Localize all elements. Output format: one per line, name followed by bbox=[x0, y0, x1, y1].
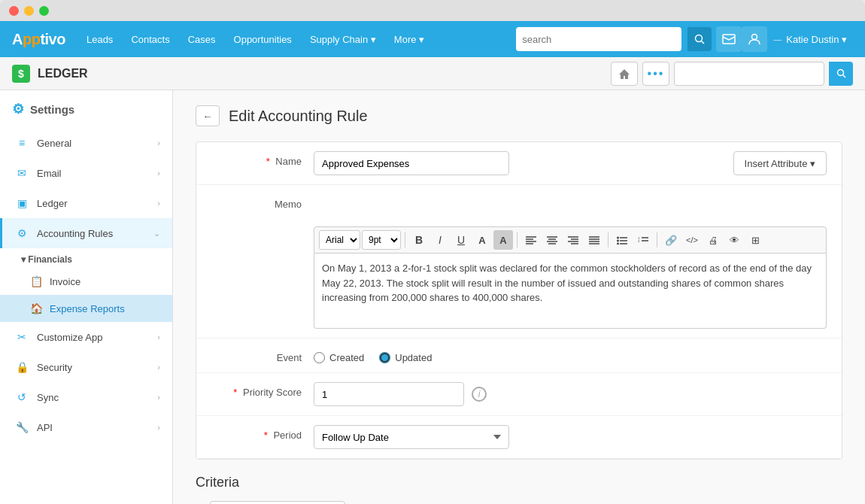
home-icon bbox=[618, 68, 630, 80]
sidebar-item-accounting-rules[interactable]: ⚙ Accounting Rules ⌄ bbox=[0, 218, 172, 248]
name-field bbox=[314, 151, 721, 175]
sidebar-sub-expense-label: Expense Reports bbox=[50, 303, 125, 314]
font-color-button[interactable]: A bbox=[472, 230, 492, 250]
gear-icon: ⚙ bbox=[12, 101, 24, 117]
italic-button[interactable]: I bbox=[430, 230, 450, 250]
memo-content-area[interactable]: On May 1, 2013 a 2-for-1 stock split was… bbox=[314, 254, 827, 329]
event-updated-radio[interactable] bbox=[379, 352, 390, 363]
align-left-icon bbox=[526, 236, 536, 244]
sub-search-bar bbox=[674, 62, 824, 86]
list-button[interactable] bbox=[612, 230, 632, 250]
nav-cases[interactable]: Cases bbox=[181, 21, 223, 57]
font-size-select[interactable]: 9pt bbox=[362, 230, 401, 250]
align-right-button[interactable] bbox=[563, 230, 583, 250]
search-input[interactable] bbox=[522, 34, 675, 45]
sidebar-item-customize-app[interactable]: ✂ Customize App › bbox=[0, 322, 172, 352]
nav-opportunities[interactable]: Opportunities bbox=[226, 21, 299, 57]
ordered-list-icon: 1. 2. bbox=[638, 236, 648, 244]
align-left-button[interactable] bbox=[521, 230, 541, 250]
name-label: * Name bbox=[211, 151, 302, 167]
main-layout: ⚙ Settings ≡ General › ✉ Email › ▣ Ledge… bbox=[0, 90, 865, 504]
more-options-button[interactable]: ••• bbox=[642, 62, 669, 86]
priority-required-indicator: * bbox=[233, 387, 237, 398]
sub-search-button[interactable] bbox=[829, 62, 853, 86]
user-menu[interactable]: — Katie Dustin ▾ bbox=[767, 34, 853, 45]
underline-button[interactable]: U bbox=[451, 230, 471, 250]
sidebar-sub-invoice[interactable]: 📋 Invoice bbox=[0, 268, 172, 295]
security-icon: 🔒 bbox=[14, 360, 29, 375]
period-select[interactable]: Follow Up Date Created Date Updated Date bbox=[314, 425, 509, 449]
sub-search-input[interactable] bbox=[675, 68, 824, 79]
insert-attr-label: Insert Attribute ▾ bbox=[745, 158, 815, 169]
ordered-list-button[interactable]: 1. 2. bbox=[633, 230, 653, 250]
inbox-icon bbox=[722, 34, 736, 44]
svg-point-5 bbox=[837, 70, 843, 76]
bold-icon: B bbox=[415, 234, 423, 246]
inbox-icon-button[interactable] bbox=[716, 26, 742, 52]
nav-contacts[interactable]: Contacts bbox=[123, 21, 177, 57]
minimize-button[interactable] bbox=[24, 6, 34, 16]
period-row: * Period Follow Up Date Created Date Upd… bbox=[196, 416, 842, 459]
name-input[interactable] bbox=[314, 151, 509, 175]
chevron-right-icon-3: › bbox=[157, 199, 160, 208]
bold-button[interactable]: B bbox=[409, 230, 429, 250]
separator-3 bbox=[608, 232, 609, 247]
table-button[interactable]: ⊞ bbox=[745, 230, 765, 250]
preview-button[interactable]: 👁 bbox=[724, 230, 744, 250]
svg-rect-2 bbox=[723, 35, 735, 44]
period-label: * Period bbox=[211, 425, 302, 441]
italic-icon: I bbox=[439, 234, 442, 246]
memo-text: On May 1, 2013 a 2-for-1 stock split was… bbox=[322, 263, 812, 303]
financials-header: ▾ Financials bbox=[0, 248, 172, 268]
font-family-select[interactable]: Arial bbox=[319, 230, 360, 250]
search-icon bbox=[694, 34, 705, 44]
highlight-button[interactable]: A bbox=[493, 230, 513, 250]
nav-supply-chain[interactable]: Supply Chain ▾ bbox=[302, 21, 384, 57]
info-icon[interactable]: i bbox=[472, 387, 487, 402]
sidebar-item-security[interactable]: 🔒 Security › bbox=[0, 352, 172, 382]
insert-attribute-button[interactable]: Insert Attribute ▾ bbox=[733, 151, 827, 175]
code-button[interactable]: </> bbox=[682, 230, 702, 250]
search-button[interactable] bbox=[687, 27, 712, 51]
main-content: ← Edit Accounting Rule * Name Insert Att… bbox=[173, 90, 865, 504]
justify-button[interactable] bbox=[584, 230, 604, 250]
criteria-s1-input[interactable] bbox=[210, 501, 345, 504]
sidebar-item-customize-label: Customize App bbox=[37, 332, 157, 343]
event-updated-label: Updated bbox=[395, 352, 432, 363]
search-bar bbox=[516, 27, 681, 51]
sidebar-item-email[interactable]: ✉ Email › bbox=[0, 158, 172, 188]
user-icon-button[interactable] bbox=[742, 26, 767, 52]
sidebar-item-api[interactable]: 🔧 API › bbox=[0, 412, 172, 442]
separator-1 bbox=[405, 232, 405, 247]
sidebar-sub-expense-reports[interactable]: 🏠 Expense Reports bbox=[0, 295, 172, 322]
sidebar-item-sync-label: Sync bbox=[37, 392, 157, 403]
sidebar-item-ledger[interactable]: ▣ Ledger › bbox=[0, 188, 172, 218]
sidebar-item-sync[interactable]: ↺ Sync › bbox=[0, 382, 172, 412]
chevron-right-icon-5: › bbox=[157, 363, 160, 372]
print-button[interactable]: 🖨 bbox=[703, 230, 723, 250]
priority-field: i bbox=[314, 382, 827, 406]
event-created-radio[interactable] bbox=[314, 352, 325, 363]
sidebar-item-general[interactable]: ≡ General › bbox=[0, 128, 172, 158]
justify-icon bbox=[589, 236, 599, 244]
event-created-option[interactable]: Created bbox=[314, 352, 364, 363]
criteria-title: Criteria bbox=[196, 475, 842, 490]
financials-label: ▾ Financials bbox=[21, 254, 72, 265]
memo-toolbar: Arial 9pt B I U bbox=[314, 226, 827, 254]
back-button[interactable]: ← bbox=[196, 105, 220, 126]
sidebar-item-accounting-label: Accounting Rules bbox=[37, 228, 153, 239]
event-updated-option[interactable]: Updated bbox=[379, 352, 432, 363]
sidebar-item-general-label: General bbox=[37, 138, 157, 149]
align-center-button[interactable] bbox=[542, 230, 562, 250]
nav-leads[interactable]: Leads bbox=[79, 21, 120, 57]
close-button[interactable] bbox=[9, 6, 19, 16]
priority-input[interactable] bbox=[314, 382, 464, 406]
logo-text: Apptivo bbox=[12, 31, 65, 48]
nav-more[interactable]: More ▾ bbox=[387, 21, 432, 57]
svg-point-23 bbox=[617, 236, 619, 238]
form-container: * Name Insert Attribute ▾ Memo bbox=[196, 141, 842, 460]
link-button[interactable]: 🔗 bbox=[661, 230, 681, 250]
maximize-button[interactable] bbox=[39, 6, 49, 16]
event-row: Event Created Updated bbox=[196, 339, 842, 373]
home-button[interactable] bbox=[611, 62, 638, 86]
